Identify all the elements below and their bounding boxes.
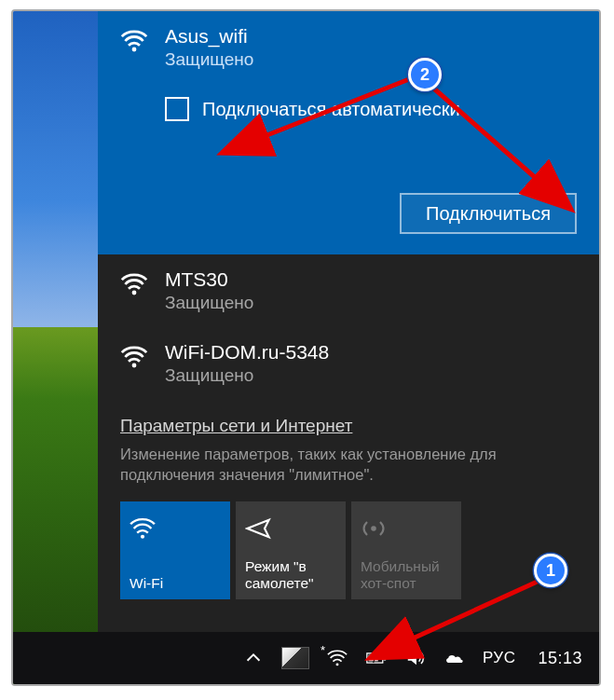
svg-point-0 [132,48,137,52]
wifi-icon [120,273,148,314]
screenshot-frame: Asus_wifi Защищено Подключаться автомати… [11,9,601,686]
svg-point-2 [132,364,137,368]
tile-hotspot[interactable]: Мобильный хот-спот [351,501,461,599]
flyout-footer: Параметры сети и Интернет Изменение пара… [98,403,599,636]
hotspot-icon [361,509,452,548]
tile-wifi[interactable]: Wi-Fi [120,501,230,599]
tray-onedrive-icon[interactable] [443,647,466,669]
airplane-icon [245,509,336,548]
wifi-icon [120,30,148,52]
tile-label: Режим "в самолете" [245,558,340,592]
network-item-selected[interactable]: Asus_wifi Защищено Подключаться автомати… [98,11,599,254]
svg-point-1 [132,291,137,295]
wifi-icon [120,346,148,387]
auto-connect-checkbox[interactable] [165,97,189,121]
network-flyout: Asus_wifi Защищено Подключаться автомати… [98,11,599,636]
quick-action-tiles: Wi-Fi Режим "в самолете" Мобильный хот-с… [120,501,577,599]
tile-airplane[interactable]: Режим "в самолете" [236,501,346,599]
taskbar: * РУС 15:13 [13,632,599,684]
footer-description: Изменение параметров, таких как установл… [120,444,577,485]
network-settings-link[interactable]: Параметры сети и Интернет [120,416,352,436]
network-name: Asus_wifi [165,24,577,48]
network-status: Защищено [165,292,577,314]
svg-point-4 [371,526,376,531]
network-name: MTS30 [165,268,577,292]
network-name: WiFi-DOM.ru-5348 [165,340,577,364]
tray-volume-icon[interactable] [404,647,427,669]
tile-label: Мобильный хот-спот [361,558,456,592]
network-item[interactable]: MTS30 Защищено [98,254,599,327]
svg-rect-7 [384,655,387,660]
network-status: Защищено [165,364,577,387]
tray-battery-icon[interactable] [365,647,388,669]
tray-wifi-icon[interactable]: * [326,647,348,669]
network-status: Защищено [165,48,577,71]
wifi-icon [130,509,221,548]
annotation-callout-1: 1 [534,554,567,587]
tray-app-thumb[interactable] [281,647,309,669]
network-item[interactable]: WiFi-DOM.ru-5348 Защищено [98,327,599,400]
svg-point-3 [141,535,144,539]
tile-label: Wi-Fi [130,575,225,592]
tray-chevron-up-icon[interactable] [242,647,265,669]
svg-point-5 [335,663,338,666]
annotation-callout-2: 2 [408,58,442,91]
auto-connect-label: Подключаться автоматически [202,99,460,120]
network-list: Asus_wifi Защищено Подключаться автомати… [98,11,599,403]
tray-lang[interactable]: РУС [483,649,516,667]
connect-button[interactable]: Подключиться [400,193,577,234]
tray-clock[interactable]: 15:13 [538,649,582,668]
connect-button-label: Подключиться [426,203,551,225]
auto-connect-row[interactable]: Подключаться автоматически [165,97,577,121]
